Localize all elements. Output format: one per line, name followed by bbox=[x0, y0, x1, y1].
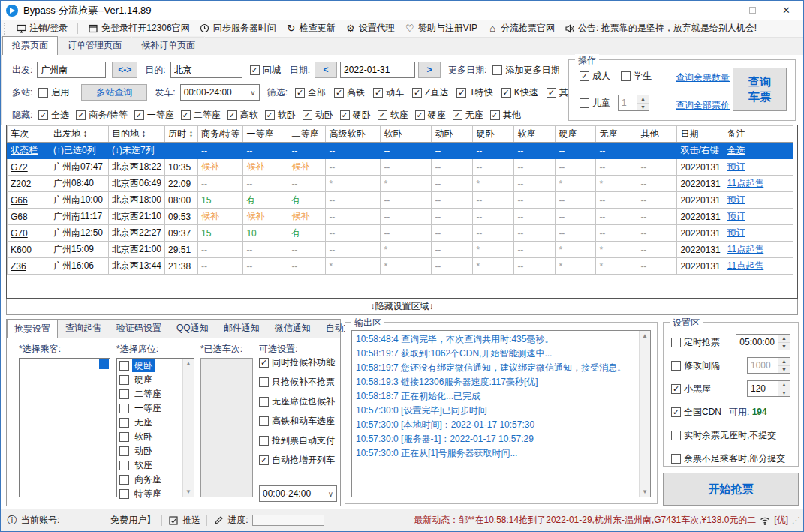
column-header[interactable]: 动卧 bbox=[432, 126, 473, 143]
seat-option-无座[interactable]: 无座 bbox=[117, 416, 182, 430]
seat-option-商务座[interactable]: 商务座 bbox=[117, 473, 182, 487]
checkbox-全国CDN[interactable]: 全国CDN bbox=[671, 406, 721, 419]
seat-listbox[interactable]: 硬卧硬座二等座一等座无座软卧动卧软座商务座特等座 ▲▼ bbox=[116, 358, 194, 497]
push-item[interactable]: 推送 bbox=[168, 514, 200, 527]
toolbar-item-5[interactable]: ⚙设置代理 bbox=[345, 22, 395, 35]
train-row[interactable]: G66广州南10:00北京西18:0008:0015有有------------… bbox=[8, 192, 793, 209]
scroll-up-icon[interactable]: ▲ bbox=[185, 360, 191, 367]
train-number-cell[interactable]: G70 bbox=[8, 225, 50, 242]
spinner-up-icon[interactable]: ▲ bbox=[778, 335, 790, 343]
train-number-cell[interactable]: Z36 bbox=[8, 258, 50, 275]
checkbox-全选[interactable]: 全选 bbox=[38, 109, 69, 122]
maximize-button[interactable] bbox=[736, 1, 769, 20]
query-remaining-link[interactable]: 查询余票数量 bbox=[676, 71, 730, 84]
checkbox-高铁[interactable]: 高铁 bbox=[334, 86, 365, 99]
checkbox-软座[interactable]: 软座 bbox=[378, 109, 408, 122]
spinner-down-icon[interactable]: ▼ bbox=[778, 389, 790, 397]
seat-option-软卧[interactable]: 软卧 bbox=[117, 430, 182, 444]
train-number-cell[interactable]: G68 bbox=[8, 209, 50, 225]
passenger-listbox[interactable] bbox=[19, 358, 110, 497]
toolbar-item-3[interactable]: 同步服务器时间 bbox=[200, 22, 276, 35]
column-header[interactable]: 硬座 bbox=[556, 126, 596, 143]
checkbox-软卧[interactable]: 软卧 bbox=[265, 109, 296, 122]
prev-date-button[interactable]: < bbox=[315, 62, 337, 78]
checkbox-其他[interactable]: 其他 bbox=[490, 109, 521, 122]
column-header[interactable]: 无座 bbox=[596, 126, 637, 143]
train-row[interactable]: K600广州15:09北京西21:0029:51--------*--*--**… bbox=[8, 242, 793, 258]
checkbox-adult[interactable]: 成人 bbox=[580, 70, 610, 83]
column-header[interactable]: 目的地 ↕ bbox=[109, 126, 165, 143]
table-link-cell[interactable]: 全选 bbox=[724, 143, 793, 159]
output-logbox[interactable]: 10:58:48:4 查询完毕，本次查询共用时:435毫秒。10:58:19:7… bbox=[351, 330, 651, 497]
seat-option-硬座[interactable]: 硬座 bbox=[117, 373, 182, 387]
page-tab-候补订单页面[interactable]: 候补订单页面 bbox=[131, 36, 205, 55]
column-header[interactable]: 二等座 bbox=[288, 126, 326, 143]
stepper-修改间隔[interactable]: 1000▲▼ bbox=[747, 357, 790, 374]
column-header[interactable]: 日期 bbox=[677, 126, 724, 143]
checkbox-同时抢候补功能[interactable]: 同时抢候补功能 bbox=[259, 356, 339, 369]
column-header[interactable]: 备注 bbox=[724, 126, 793, 143]
column-header[interactable]: 历时 ↕ bbox=[165, 126, 198, 143]
page-tab-订单管理页面[interactable]: 订单管理页面 bbox=[58, 36, 131, 55]
table-link-cell[interactable]: 11点起售 bbox=[724, 258, 793, 275]
query-prices-link[interactable]: 查询全部票价 bbox=[676, 99, 730, 112]
spinner-up-icon[interactable]: ▲ bbox=[778, 381, 790, 389]
spinner-up-icon[interactable]: ▲ bbox=[778, 358, 790, 366]
checkbox-二等座[interactable]: 二等座 bbox=[181, 109, 221, 122]
checkbox-T特快[interactable]: T特快 bbox=[456, 86, 492, 99]
toolbar-item-6[interactable]: ♡赞助与注册VIP bbox=[405, 22, 477, 35]
spinner-down-icon[interactable]: ▼ bbox=[778, 343, 790, 350]
column-header[interactable]: 车次 bbox=[8, 126, 50, 143]
settings-tab-QQ通知[interactable]: QQ通知 bbox=[169, 318, 216, 338]
next-date-button[interactable]: > bbox=[418, 62, 441, 78]
settings-tab-查询起售[interactable]: 查询起售 bbox=[58, 318, 109, 338]
scroll-up-icon[interactable]: ▲ bbox=[642, 332, 648, 339]
query-tickets-button[interactable]: 查询车票 bbox=[733, 68, 787, 111]
settings-tab-抢票设置[interactable]: 抢票设置 bbox=[7, 319, 58, 338]
settings-tab-微信通知[interactable]: 微信通知 bbox=[267, 318, 318, 338]
grab-time-range-select[interactable]: 00:00-24:00∨ bbox=[259, 485, 337, 502]
checkbox-抢到票自动支付[interactable]: 抢到票自动支付 bbox=[259, 434, 339, 447]
table-link-cell[interactable]: 预订 bbox=[724, 225, 793, 242]
to-input[interactable] bbox=[170, 62, 242, 78]
multi-query-button[interactable]: 多站查询 bbox=[81, 84, 147, 101]
spinner-down-icon[interactable]: ▼ bbox=[778, 366, 790, 374]
train-row[interactable]: G72广州南07:47北京西18:2210:35候补候补候补----------… bbox=[8, 159, 793, 176]
toolbar-item-4[interactable]: ↻检查更新 bbox=[286, 22, 336, 35]
train-number-cell[interactable]: G66 bbox=[8, 192, 50, 209]
column-header[interactable]: 商务/特等 bbox=[198, 126, 243, 143]
train-row[interactable]: 状态栏(↑)已选0列(↓)未选7列--------------------双击/… bbox=[8, 143, 793, 159]
checkbox-Z直达[interactable]: Z直达 bbox=[412, 86, 448, 99]
toolbar-item-2[interactable]: 免登录打开12306官网 bbox=[88, 22, 189, 35]
seat-option-动卧[interactable]: 动卧 bbox=[117, 444, 182, 458]
checkbox-定时抢票[interactable]: 定时抢票 bbox=[671, 336, 720, 349]
output-scrollbar[interactable]: ▲▼ bbox=[639, 331, 650, 497]
train-number-cell[interactable]: G72 bbox=[8, 159, 50, 176]
column-header[interactable]: 硬卧 bbox=[473, 126, 514, 143]
seat-option-特等座[interactable]: 特等座 bbox=[117, 487, 182, 501]
checkbox-same-city[interactable]: 同城 bbox=[250, 64, 281, 77]
checkbox-小黑屋[interactable]: 小黑屋 bbox=[671, 383, 711, 395]
checkbox-实时余票无座时,不提交[interactable]: 实时余票无座时,不提交 bbox=[671, 429, 776, 442]
table-link-cell[interactable]: 11点起售 bbox=[724, 176, 793, 192]
depart-time-select[interactable]: 00:00-24:00∨ bbox=[180, 84, 260, 101]
page-tab-抢票页面[interactable]: 抢票页面 bbox=[2, 36, 58, 55]
checkbox-K快速[interactable]: K快速 bbox=[501, 86, 538, 99]
checkbox-余票不足乘客时,部分提交[interactable]: 余票不足乘客时,部分提交 bbox=[671, 452, 785, 465]
date-input[interactable] bbox=[340, 62, 415, 78]
spinner-down-icon[interactable]: ▼ bbox=[637, 104, 649, 111]
train-row[interactable]: Z202广州08:40北京西06:4922:09------**--*--**-… bbox=[8, 176, 793, 192]
column-header[interactable]: 其他 bbox=[637, 126, 677, 143]
checkbox-硬卧[interactable]: 硬卧 bbox=[340, 109, 371, 122]
checkbox-无座席位也候补[interactable]: 无座席位也候补 bbox=[259, 395, 339, 408]
checkbox-add-more-dates[interactable]: 添加更多日期 bbox=[492, 64, 559, 77]
seat-option-二等座[interactable]: 二等座 bbox=[117, 387, 182, 401]
checkbox-全部[interactable]: 全部 bbox=[295, 86, 326, 99]
train-row[interactable]: G68广州南11:17北京西21:1009:53候补候补候补----------… bbox=[8, 209, 793, 225]
column-header[interactable]: 软卧 bbox=[381, 126, 432, 143]
table-link-cell[interactable]: 预订 bbox=[724, 192, 793, 209]
scroll-down-icon[interactable]: ▼ bbox=[642, 488, 648, 495]
close-button[interactable]: ✕ bbox=[769, 1, 803, 20]
settings-tab-邮件通知[interactable]: 邮件通知 bbox=[216, 318, 267, 338]
column-header[interactable]: 高级软卧 bbox=[326, 126, 381, 143]
